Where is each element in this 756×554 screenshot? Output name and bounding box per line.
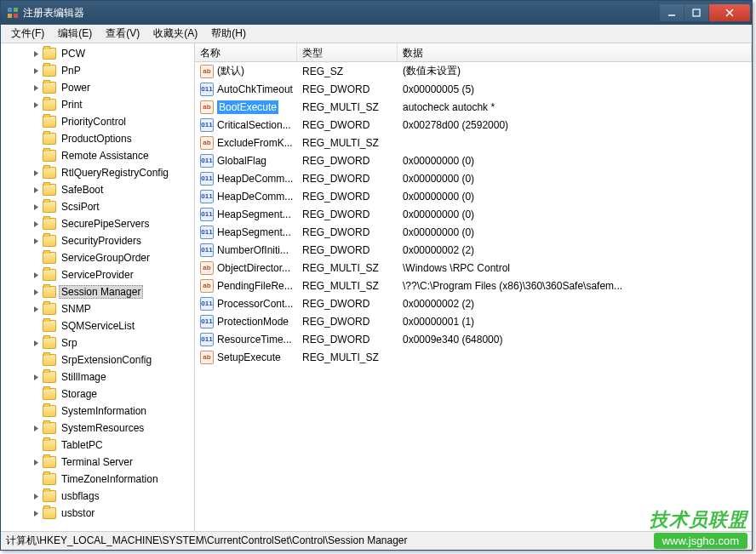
value-name: (默认) [217, 64, 244, 78]
expander-icon[interactable] [32, 509, 41, 518]
tree-item[interactable]: TimeZoneInformation [1, 471, 194, 488]
tree-item[interactable]: usbflags [1, 488, 194, 505]
tree-item[interactable]: Session Manager [1, 283, 194, 300]
expander-icon[interactable] [32, 424, 41, 433]
list-row[interactable]: 011ProtectionModeREG_DWORD0x00000001 (1) [195, 312, 752, 330]
expander-icon[interactable] [32, 203, 41, 212]
list-row[interactable]: abSetupExecuteREG_MULTI_SZ [195, 348, 752, 366]
value-type: REG_DWORD [297, 119, 398, 131]
tree-item[interactable]: SecurityProviders [1, 232, 194, 249]
tree-item[interactable]: SNMP [1, 300, 194, 317]
list-row[interactable]: 011ResourceTime...REG_DWORD0x0009e340 (6… [195, 330, 752, 348]
expander-icon[interactable] [32, 100, 41, 110]
expander-icon[interactable] [32, 66, 41, 76]
close-button[interactable] [709, 4, 750, 21]
list-row[interactable]: 011GlobalFlagREG_DWORD0x00000000 (0) [195, 151, 752, 169]
list-row[interactable]: 011NumberOfIniti...REG_DWORD0x00000002 (… [195, 241, 752, 259]
folder-icon [43, 82, 56, 94]
maximize-button[interactable] [684, 4, 708, 21]
window: 注册表编辑器 文件(F)编辑(E)查看(V)收藏夹(A)帮助(H) PCWPnP… [0, 0, 753, 551]
column-header-type[interactable]: 类型 [297, 43, 398, 61]
tree-item[interactable]: Storage [1, 386, 194, 403]
expander-icon[interactable] [32, 288, 41, 297]
value-type: REG_SZ [297, 66, 398, 77]
list-row[interactable]: 011HeapDeComm...REG_DWORD0x00000000 (0) [195, 169, 752, 187]
tree-item[interactable]: SQMServiceList [1, 317, 194, 334]
svg-marker-24 [34, 494, 38, 500]
expander-icon[interactable] [32, 271, 41, 280]
tree-item[interactable]: SrpExtensionConfig [1, 351, 194, 368]
titlebar[interactable]: 注册表编辑器 [1, 1, 752, 25]
binary-value-icon: 011 [200, 83, 214, 96]
regedit-app-icon [6, 6, 20, 20]
column-header-name[interactable]: 名称 [195, 43, 297, 61]
folder-icon [43, 439, 56, 451]
expander-icon[interactable] [32, 458, 41, 467]
expander-icon[interactable] [32, 168, 41, 178]
expander-icon[interactable] [32, 492, 41, 501]
svg-marker-19 [34, 306, 38, 312]
expander-icon[interactable] [32, 373, 41, 382]
tree-item[interactable]: TabletPC [1, 437, 194, 454]
tree-item-label: SystemResources [59, 421, 146, 435]
menu-item[interactable]: 编辑(E) [51, 25, 99, 43]
tree-item[interactable]: Srp [1, 334, 194, 351]
expander-icon[interactable] [32, 49, 41, 59]
column-header-data[interactable]: 数据 [398, 43, 752, 61]
tree-item[interactable]: SystemInformation [1, 403, 194, 420]
tree-item-label: TimeZoneInformation [59, 472, 161, 486]
expander-icon[interactable] [32, 237, 41, 246]
tree-item[interactable]: usbstor [1, 505, 194, 522]
tree-item[interactable]: SafeBoot [1, 181, 194, 198]
list-header: 名称 类型 数据 [195, 43, 752, 62]
minimize-button[interactable] [660, 4, 684, 21]
list-row[interactable]: abObjectDirector...REG_MULTI_SZ\Windows … [195, 259, 752, 277]
tree-item[interactable]: StillImage [1, 368, 194, 386]
tree-item[interactable]: PCW [1, 45, 194, 62]
svg-marker-8 [34, 51, 38, 57]
list-row[interactable]: 011HeapDeComm...REG_DWORD0x00000000 (0) [195, 187, 752, 205]
menu-item[interactable]: 文件(F) [4, 25, 51, 43]
tree-item[interactable]: ServiceGroupOrder [1, 249, 194, 266]
expander-icon[interactable] [32, 186, 41, 195]
tree-item[interactable]: Remote Assistance [1, 147, 194, 164]
list-row[interactable]: abPendingFileRe...REG_MULTI_SZ\??\C:\Pro… [195, 277, 752, 294]
expander-icon [32, 390, 41, 399]
list-row[interactable]: abBootExecuteREG_MULTI_SZautocheck autoc… [195, 98, 752, 116]
list-row[interactable]: 011AutoChkTimeoutREG_DWORD0x00000005 (5) [195, 80, 752, 98]
value-type: REG_MULTI_SZ [297, 280, 398, 292]
list-row[interactable]: 011HeapSegment...REG_DWORD0x00000000 (0) [195, 223, 752, 241]
tree-item[interactable]: SecurePipeServers [1, 215, 194, 232]
value-type: REG_MULTI_SZ [297, 351, 398, 363]
expander-icon[interactable] [32, 305, 41, 314]
folder-icon [43, 269, 56, 281]
list-row[interactable]: 011ProcessorCont...REG_DWORD0x00000002 (… [195, 294, 752, 312]
expander-icon[interactable] [32, 220, 41, 229]
menu-item[interactable]: 查看(V) [99, 25, 146, 43]
expander-icon[interactable] [32, 339, 41, 348]
value-type: REG_DWORD [297, 298, 398, 310]
tree-item[interactable]: PnP [1, 62, 194, 79]
list-row[interactable]: abExcludeFromK...REG_MULTI_SZ [195, 134, 752, 151]
expander-icon[interactable] [32, 83, 41, 93]
tree-item[interactable]: Power [1, 79, 194, 96]
list-row[interactable]: 011HeapSegment...REG_DWORD0x00000000 (0) [195, 205, 752, 223]
tree-item[interactable]: Print [1, 96, 194, 113]
binary-value-icon: 011 [200, 190, 214, 203]
tree-pane[interactable]: PCWPnPPowerPrintPriorityControlProductOp… [1, 43, 195, 531]
tree-item[interactable]: SystemResources [1, 420, 194, 437]
list-row[interactable]: 011CriticalSection...REG_DWORD0x00278d00… [195, 116, 752, 134]
tree-item-label: SafeBoot [59, 183, 106, 197]
tree-item[interactable]: ServiceProvider [1, 266, 194, 283]
tree-item[interactable]: ScsiPort [1, 198, 194, 215]
tree-item[interactable]: RtlQueryRegistryConfig [1, 164, 194, 181]
tree-item[interactable]: Terminal Server [1, 454, 194, 471]
tree-item-label: RtlQueryRegistryConfig [59, 166, 171, 180]
list-row[interactable]: ab(默认)REG_SZ(数值未设置) [195, 62, 752, 80]
folder-icon [43, 422, 56, 434]
tree-item[interactable]: ProductOptions [1, 130, 194, 147]
menu-item[interactable]: 收藏夹(A) [146, 25, 204, 43]
menu-item[interactable]: 帮助(H) [204, 25, 253, 43]
tree-item[interactable]: PriorityControl [1, 113, 194, 130]
list-body[interactable]: ab(默认)REG_SZ(数值未设置)011AutoChkTimeoutREG_… [195, 62, 752, 531]
